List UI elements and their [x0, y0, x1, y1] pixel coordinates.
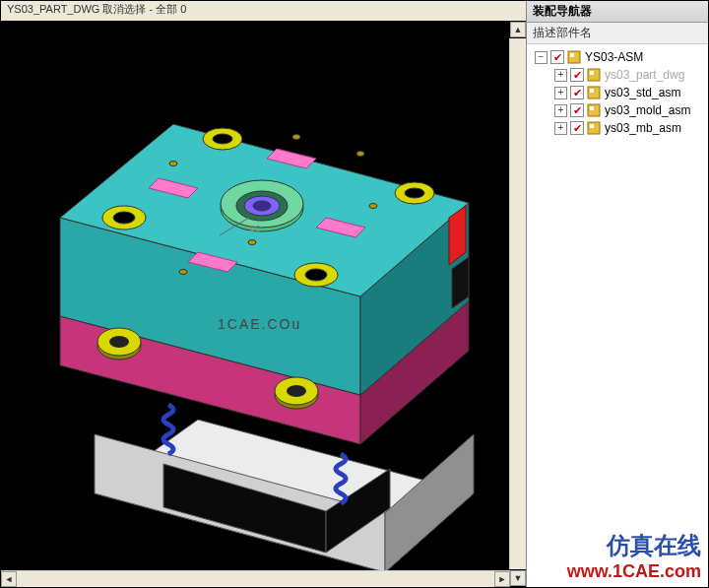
watermark-cn: 仿真在线: [567, 530, 701, 561]
main-area: YS03_PART_DWG 取消选择 - 全部 0: [1, 1, 527, 587]
tree-row-child[interactable]: + ✔ ys03_mb_asm: [529, 119, 706, 137]
app-root: YS03_PART_DWG 取消选择 - 全部 0: [0, 0, 709, 588]
scroll-right-button[interactable]: ►: [494, 571, 510, 587]
panel-title: 装配导航器: [527, 1, 708, 23]
watermark-url: www.1CAE.com: [567, 561, 701, 582]
svg-point-21: [405, 188, 424, 198]
svg-rect-47: [590, 71, 594, 75]
assembly-icon: [587, 121, 601, 135]
scroll-down-button[interactable]: ▼: [510, 570, 526, 586]
checkbox-icon[interactable]: ✔: [570, 68, 584, 82]
tree-label: ys03_part_dwg: [605, 68, 684, 82]
3d-viewport[interactable]: ZC 1CAE.COu ▲ ▼ ◄ ►: [1, 21, 526, 587]
panel-column-header[interactable]: 描述部件名: [527, 23, 708, 44]
checkbox-icon[interactable]: ✔: [570, 86, 584, 99]
checkbox-icon[interactable]: ✔: [570, 121, 584, 135]
svg-point-28: [169, 162, 177, 166]
svg-rect-45: [570, 53, 574, 57]
tree-label: ys03_mold_asm: [605, 103, 690, 117]
svg-point-23: [305, 269, 327, 281]
expander-icon[interactable]: +: [554, 69, 567, 82]
page-watermark: 仿真在线 www.1CAE.com: [567, 530, 701, 582]
checkbox-icon[interactable]: ✔: [570, 103, 584, 117]
assembly-icon: [587, 86, 601, 99]
tree-label: ys03_mb_asm: [605, 121, 681, 135]
svg-point-30: [356, 152, 364, 157]
svg-point-17: [113, 212, 135, 224]
viewport-scrollbar-horizontal[interactable]: ◄ ►: [1, 570, 510, 587]
expander-icon[interactable]: +: [554, 87, 567, 99]
assembly-tree[interactable]: − ✔ YS03-ASM + ✔ ys03_part_dwg + ✔: [527, 44, 708, 587]
svg-point-19: [213, 134, 232, 144]
svg-marker-2: [385, 434, 474, 572]
svg-point-38: [253, 201, 271, 211]
svg-point-31: [248, 240, 256, 245]
viewport-scrollbar-vertical[interactable]: ▲ ▼: [509, 38, 526, 569]
tree-label: ys03_std_asm: [605, 86, 680, 99]
expander-icon[interactable]: −: [535, 51, 548, 64]
viewport-watermark: 1CAE.COu: [218, 316, 301, 332]
assembly-icon: [567, 50, 581, 64]
svg-point-15: [287, 385, 306, 397]
expander-icon[interactable]: +: [554, 104, 567, 117]
tree-row-child[interactable]: + ✔ ys03_std_asm: [529, 84, 706, 101]
tree-row-root[interactable]: − ✔ YS03-ASM: [529, 48, 706, 66]
svg-text:ZC: ZC: [249, 224, 261, 233]
expander-icon[interactable]: +: [554, 122, 567, 135]
svg-rect-49: [590, 89, 594, 93]
assembly-icon: [587, 68, 601, 82]
assembly-icon: [587, 103, 601, 117]
svg-point-32: [369, 204, 377, 209]
svg-point-29: [292, 135, 300, 140]
scroll-up-button[interactable]: ▲: [510, 22, 526, 37]
tree-row-child[interactable]: + ✔ ys03_mold_asm: [529, 101, 706, 119]
document-title-bar: YS03_PART_DWG 取消选择 - 全部 0: [1, 1, 526, 21]
tree-label: YS03-ASM: [585, 50, 643, 64]
tree-row-child[interactable]: + ✔ ys03_part_dwg: [529, 66, 706, 84]
document-title: YS03_PART_DWG 取消选择 - 全部 0: [7, 3, 186, 15]
model-render: ZC: [1, 21, 523, 572]
svg-rect-53: [590, 124, 594, 128]
svg-rect-51: [590, 106, 594, 110]
svg-point-33: [179, 270, 187, 275]
svg-point-12: [109, 336, 129, 348]
scroll-left-button[interactable]: ◄: [1, 571, 17, 587]
checkbox-icon[interactable]: ✔: [550, 50, 564, 64]
assembly-navigator-panel: 装配导航器 描述部件名 − ✔ YS03-ASM + ✔ ys03_part_d…: [527, 1, 708, 587]
